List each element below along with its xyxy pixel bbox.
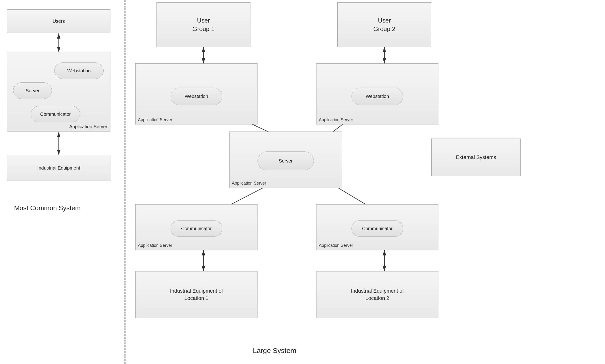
right-webstation2-pill: Webstation [352,88,403,105]
left-panel: Users Webstation Server Communicator App… [0,0,125,364]
left-caption: Most Common System [14,204,80,212]
right-communicator1-label: Communicator [181,225,212,232]
left-users-label: Users [53,18,65,24]
right-central-server-label: Server [279,158,293,164]
left-users-box: Users [7,9,110,33]
right-app-server1-box: Webstation Application Server [135,64,258,124]
right-comm1-app-server-box: Communicator Application Server [135,204,258,250]
left-app-server-box: Webstation Server Communicator Applicati… [7,52,110,131]
right-central-server-pill: Server [258,152,314,170]
diagram-container: Users Webstation Server Communicator App… [0,0,605,364]
right-app-server2-box: Webstation Application Server [316,64,438,124]
right-external-systems-label: External Systems [456,154,496,161]
right-industrial1-label: Industrial Equipment ofLocation 1 [170,287,223,302]
left-communicator-label: Communicator [40,111,71,117]
right-user-group2-box: UserGroup 2 [337,2,431,47]
right-comm2-app-server-box: Communicator Application Server [316,204,438,250]
left-webstation-pill: Webstation [54,63,104,79]
right-industrial1-box: Industrial Equipment ofLocation 1 [135,271,258,318]
right-panel: UserGroup 1 UserGroup 2 Webstation Appli… [126,0,605,364]
right-communicator1-pill: Communicator [171,220,222,237]
right-app-server2-sublabel: Application Server [319,117,353,122]
left-server-pill: Server [13,82,52,99]
right-user-group1-label: UserGroup 1 [192,16,214,33]
left-industrial-label: Industrial Equipment [37,165,80,171]
right-app-server1-sublabel: Application Server [138,117,172,122]
right-user-group1-box: UserGroup 1 [157,2,250,47]
right-webstation1-pill: Webstation [171,88,222,105]
right-comm1-sublabel: Application Server [138,243,172,248]
left-communicator-pill: Communicator [31,106,80,122]
right-comm2-sublabel: Application Server [319,243,353,248]
right-webstation1-label: Webstation [185,93,208,99]
right-industrial2-box: Industrial Equipment ofLocation 2 [316,271,438,318]
right-communicator2-label: Communicator [362,225,393,232]
right-external-systems-box: External Systems [431,139,521,176]
left-server-label: Server [26,88,39,94]
right-central-app-server-sublabel: Application Server [232,181,266,186]
right-caption: Large System [253,347,296,355]
right-industrial2-label: Industrial Equipment ofLocation 2 [351,287,404,302]
right-webstation2-label: Webstation [366,93,389,99]
left-app-server-label: Application Server [69,124,107,130]
right-central-app-server-box: Server Application Server [229,131,342,188]
right-user-group2-label: UserGroup 2 [373,16,395,33]
left-webstation-label: Webstation [67,68,91,74]
left-industrial-box: Industrial Equipment [7,155,110,181]
right-communicator2-pill: Communicator [352,220,403,237]
